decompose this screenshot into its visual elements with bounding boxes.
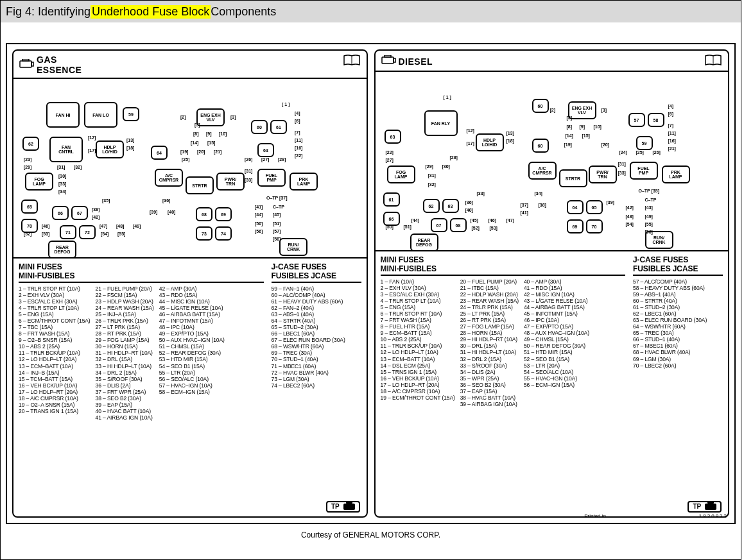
legend-item: 6 – ECM/THROT CONT (15A) bbox=[19, 318, 91, 324]
fuse-slot-label: [50] bbox=[386, 225, 394, 229]
legend-item: 54 – SEO/ALC (10A) bbox=[524, 369, 589, 375]
fuse-slot-label: [40] bbox=[168, 210, 175, 214]
legend-item: 16 – VEH BCK/UP (10A) bbox=[381, 375, 455, 382]
legend-item: 1 – TRLR STOP RT (10A) bbox=[19, 285, 91, 292]
fuse-slot-label: [34] bbox=[58, 189, 66, 194]
fuse-box: FAN CNTRL bbox=[49, 137, 83, 162]
fuse-box: 65 bbox=[586, 200, 603, 214]
legend-item: 64 – STRTR (40A) bbox=[272, 318, 361, 324]
legend-item: 34 – DLIS (2A) bbox=[460, 369, 519, 375]
legend-item: 42 – AMP (30A) bbox=[159, 285, 225, 292]
fuse-slot-label: [29] bbox=[24, 165, 31, 169]
fuse-slot-label: [19] bbox=[180, 149, 188, 154]
fuse-slot-label: [30] bbox=[442, 164, 450, 169]
fuse-slot-label: O–TP [37] bbox=[266, 196, 288, 200]
page: Fig 4: Identifying Underhood Fuse Block … bbox=[0, 0, 741, 560]
legend-item: 59 – FAN–1 (40A) bbox=[272, 285, 361, 292]
legend-item: 40 – AMP (30A) bbox=[524, 278, 589, 285]
legend-item: 21 – FUEL PUMP (20A) bbox=[96, 285, 154, 292]
legend-item: 27 – LT PRK (15A) bbox=[96, 324, 154, 330]
legend-item: 29 – FOG LAMP (15A) bbox=[96, 337, 154, 343]
legend-item: 12 – LO HDLP–LT (20A) bbox=[19, 356, 91, 362]
fuse-box: HDLP LO/HID bbox=[476, 133, 504, 151]
fuse-slot-label: C–TP bbox=[273, 205, 284, 209]
gas-mini-col2: 21 – FUEL PUMP (20A)22 – FSCM (15A)23 – … bbox=[96, 285, 154, 420]
fuse-box: 68 bbox=[450, 218, 467, 232]
fuse-slot-label: [19] bbox=[564, 142, 572, 147]
legend-item: 49 – CHMSL (15A) bbox=[524, 336, 589, 343]
fuse-box: 71 bbox=[60, 225, 76, 239]
legend-item: 51 – HTD MIR (15A) bbox=[524, 349, 589, 355]
fuse-slot-label: [4] bbox=[295, 111, 300, 115]
legend-item: 44 – AIRBAG BATT (15A) bbox=[524, 304, 589, 310]
book-icon bbox=[705, 55, 722, 68]
fuse-box: STRTR bbox=[186, 176, 214, 194]
fuse-slot-label: [46] bbox=[489, 218, 496, 223]
fuse-slot-label: [31] bbox=[57, 165, 65, 169]
legend-item: 17 – LO HDLP–RT (20A) bbox=[19, 389, 91, 395]
fuse-slot-label: [38] bbox=[539, 203, 546, 207]
fuse-slot-label: [11] bbox=[295, 138, 302, 142]
fuse-box: FAN RLY bbox=[424, 110, 458, 136]
legend-item: 47 – INFOTMNT (15A) bbox=[159, 318, 225, 324]
fuse-slot-label: [45] bbox=[273, 212, 281, 217]
fuse-box: FAN LO bbox=[84, 102, 117, 128]
fuse-slot-label: [6] bbox=[668, 112, 674, 116]
fuse-box: PRK LAMP bbox=[662, 165, 690, 183]
fuse-slot-label: [49] bbox=[133, 224, 141, 228]
diesel-diagram-body: FAN RLY60ENG EXH VLV57585963HDLP LO/HID6… bbox=[376, 72, 729, 251]
fuse-slot-label: [57] bbox=[273, 229, 281, 233]
legend-item: 43 – L/GATE RELSE (10A) bbox=[524, 298, 589, 304]
fuse-slot-label: [25] bbox=[182, 157, 189, 162]
legend-item: 25 – INJ–A (15A) bbox=[96, 311, 154, 318]
fuse-slot-label: [56] bbox=[645, 230, 653, 234]
legend-item: 31 – HI HDLP–LT (10A) bbox=[460, 349, 519, 355]
legend-item: 9 – O2–B SNSR (15A) bbox=[19, 337, 91, 343]
fuse-slot-label: [ 1 ] bbox=[444, 95, 451, 99]
fuse-slot-label: [33] bbox=[618, 171, 626, 175]
fuse-slot-label: [7] bbox=[295, 130, 300, 135]
legend-item: 49 – EXP/PTO (15A) bbox=[159, 330, 225, 337]
legend-item: 33 – S/ROOF (30A) bbox=[460, 362, 519, 369]
fuse-slot-label: [14] bbox=[566, 133, 573, 138]
fuse-box: 68 bbox=[196, 207, 212, 221]
legend-item: 7 – FRT WASH (15A) bbox=[381, 317, 455, 323]
fuse-box: 67 bbox=[71, 206, 88, 220]
legend-item: 45 – INFOTMNT (15A) bbox=[524, 310, 589, 317]
fuse-slot-label: [50] bbox=[255, 221, 263, 226]
legend-item: 6 – TRLR STOP RT (10A) bbox=[381, 310, 455, 317]
fuse-slot-label: [14] bbox=[191, 140, 198, 145]
fuse-slot-label: [17] bbox=[467, 141, 474, 146]
legend-item: 53 – LTR (20A) bbox=[524, 362, 589, 369]
fuse-box: 72 bbox=[79, 225, 96, 239]
gas-mini-col1: 1 – TRLR STOP RT (10A)2 – EXH VLV (30A)3… bbox=[19, 285, 91, 420]
legend-item: 58 – ECM–IGN (15A) bbox=[159, 389, 225, 395]
legend-item: 33 – HI HDLP–LT (10A) bbox=[96, 363, 154, 369]
fuse-slot-label: [51] bbox=[404, 225, 411, 229]
tp-box: TP bbox=[688, 501, 722, 513]
fuse-box: HDLP LO/HID bbox=[96, 140, 124, 158]
legend-item: 26 – RT PRK (15A) bbox=[460, 317, 519, 323]
book-icon bbox=[343, 55, 360, 75]
legend-item: 2 – EXH VLV (30A) bbox=[19, 292, 91, 298]
fuse-box: 67 bbox=[431, 218, 447, 232]
fuse-box: FOG LAMP bbox=[25, 173, 53, 191]
fuse-slot-label: [34] bbox=[535, 191, 542, 196]
fuse-slot-label: [18] bbox=[126, 146, 134, 150]
legend-item: 67 – MBEC1 (60A) bbox=[633, 343, 723, 349]
legend-item: 4 – TRLR STOP LT (10A) bbox=[381, 298, 455, 304]
fuse-slot-label: [55] bbox=[117, 232, 125, 236]
legend-item: 11 – TRLR BCK/UP (10A) bbox=[381, 343, 455, 349]
legend-item: 18 – A/C CMPRSR (10A) bbox=[19, 395, 91, 402]
legend-item: 67 – ELEC RUN BOARD (30A) bbox=[272, 337, 361, 343]
legend-item: 44 – MISC IGN (10A) bbox=[159, 298, 225, 305]
fuse-slot-label: [39] bbox=[150, 210, 157, 214]
legend-item: 19 – ECM/THROT CONT (15A) bbox=[381, 395, 455, 401]
fuse-box: 63 bbox=[442, 199, 459, 213]
fuse-box: 59 bbox=[636, 136, 653, 150]
fuse-box: 66 bbox=[383, 212, 400, 226]
legend-item: 62 – FAN–2 (40A) bbox=[272, 305, 361, 311]
legend-item: 58 – HEAVY DUTY ABS (60A) bbox=[633, 285, 723, 291]
legend-item: 57 – HVAC–IGN (10A) bbox=[159, 382, 225, 389]
fuse-slot-label: [25] bbox=[636, 150, 644, 155]
